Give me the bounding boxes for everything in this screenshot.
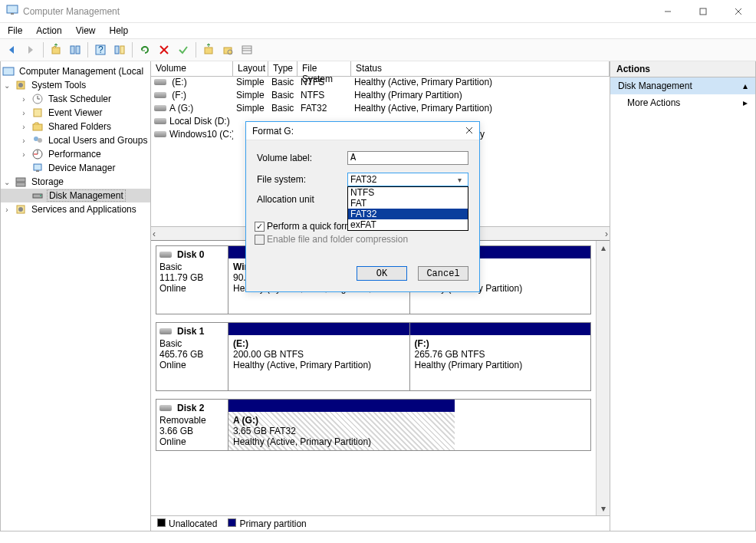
- file-system-dropdown[interactable]: FAT32 ▾ NTFSFATFAT32exFAT: [347, 173, 468, 186]
- partition-status: Healthy (Primary Partition): [415, 360, 587, 370]
- quick-format-checkbox[interactable]: ✓: [255, 222, 265, 232]
- disk-panel-vscroll[interactable]: ▴▾: [596, 241, 610, 515]
- svg-point-39: [40, 195, 41, 196]
- volume-row[interactable]: A (G:)SimpleBasicFAT32Healthy (Active, P…: [151, 103, 610, 116]
- tree-root[interactable]: Computer Management (Local: [1, 64, 150, 78]
- scroll-left-icon[interactable]: ‹: [153, 229, 156, 239]
- tree-local-users[interactable]: ›Local Users and Groups: [1, 133, 150, 147]
- volume-label-label: Volume label:: [257, 153, 347, 163]
- checkmark-icon[interactable]: [175, 41, 192, 58]
- refresh-icon[interactable]: [136, 41, 153, 58]
- col-type[interactable]: Type: [268, 61, 297, 76]
- partition[interactable]: (E:)200.00 GB NTFSHealthy (Active, Prima…: [228, 323, 409, 390]
- tree-performance[interactable]: ›Performance: [1, 147, 150, 161]
- drive-icon: [159, 405, 172, 411]
- partition-header: [228, 400, 455, 412]
- svg-rect-15: [205, 48, 212, 54]
- list-view-icon[interactable]: [238, 41, 255, 58]
- menu-view[interactable]: View: [76, 25, 96, 36]
- dialog-close-button[interactable]: [465, 126, 473, 137]
- legend-primary-label: Primary partition: [239, 518, 306, 529]
- legend-unallocated-swatch: [157, 518, 166, 527]
- tree-storage[interactable]: ⌄Storage: [1, 175, 150, 189]
- tree-task-scheduler[interactable]: ›Task Scheduler: [1, 92, 150, 106]
- file-system-option[interactable]: exFAT: [348, 219, 468, 230]
- svg-rect-18: [242, 46, 251, 54]
- volume-row[interactable]: (E:)SimpleBasicNTFSHealthy (Active, Prim…: [151, 77, 610, 90]
- menu-action[interactable]: Action: [36, 25, 61, 36]
- up-icon[interactable]: [48, 41, 64, 58]
- menu-help[interactable]: Help: [110, 25, 129, 36]
- file-system-option[interactable]: FAT: [348, 198, 468, 209]
- partition-name: A (G:): [233, 415, 450, 426]
- ok-button[interactable]: OK: [357, 266, 407, 281]
- app-icon: [6, 4, 18, 18]
- col-volume[interactable]: Volume: [151, 61, 233, 76]
- partition[interactable]: A (G:)3.65 GB FAT32Healthy (Active, Prim…: [228, 400, 455, 450]
- minimize-button[interactable]: [650, 0, 685, 23]
- volume-layout: Simple: [233, 103, 268, 116]
- help-icon[interactable]: ?: [92, 41, 109, 58]
- volume-filesystem: FAT32: [297, 103, 351, 116]
- disk-state: Online: [159, 436, 225, 447]
- cancel-button[interactable]: Cancel: [418, 266, 468, 281]
- partition-info: 265.76 GB NTFS: [415, 349, 587, 360]
- forward-icon[interactable]: [22, 41, 39, 58]
- volume-filesystem: NTFS: [297, 90, 351, 103]
- folder-up-icon[interactable]: [200, 41, 217, 58]
- file-system-option[interactable]: FAT32: [348, 209, 468, 219]
- chevron-right-icon: ▸: [743, 97, 748, 108]
- volume-table-header: Volume Layout Type File System Status: [151, 61, 610, 77]
- tree-system-tools[interactable]: ⌄System Tools: [1, 78, 150, 92]
- menu-file[interactable]: File: [8, 25, 22, 36]
- file-system-label: File system:: [257, 174, 347, 185]
- delete-icon[interactable]: [156, 41, 173, 58]
- disk-kind: Basic: [159, 262, 225, 272]
- tree-disk-management[interactable]: Disk Management: [1, 189, 150, 202]
- col-layout[interactable]: Layout: [233, 61, 268, 76]
- tree-services[interactable]: ›Services and Applications: [1, 202, 150, 216]
- svg-rect-1: [11, 13, 14, 15]
- maximize-button[interactable]: [685, 0, 721, 23]
- volume-name: (E:): [169, 77, 187, 87]
- allocation-unit-label: Allocation unit: [257, 194, 347, 205]
- back-icon[interactable]: [3, 41, 20, 58]
- partition-name: (F:): [415, 338, 587, 349]
- file-system-option[interactable]: NTFS: [348, 187, 468, 198]
- volume-layout: Simple: [233, 90, 268, 103]
- drive-icon: [159, 252, 172, 258]
- volume-label-input[interactable]: [347, 151, 468, 165]
- properties-icon[interactable]: [111, 41, 128, 58]
- show-hide-console-icon[interactable]: [67, 41, 84, 58]
- tree-device-manager[interactable]: Device Manager: [1, 161, 150, 175]
- svg-point-23: [18, 83, 23, 87]
- col-status[interactable]: Status: [351, 61, 610, 76]
- disk-size: 3.66 GB: [159, 426, 225, 436]
- legend: Unallocated Primary partition: [151, 515, 610, 531]
- volume-type: Basic: [268, 77, 297, 90]
- scroll-right-icon[interactable]: ›: [605, 229, 608, 239]
- tree-event-viewer[interactable]: ›Event Viewer: [1, 106, 150, 120]
- volume-row[interactable]: (F:)SimpleBasicNTFSHealthy (Primary Part…: [151, 90, 610, 103]
- compression-checkbox[interactable]: [255, 235, 265, 245]
- legend-primary-swatch: [228, 518, 236, 527]
- drive-icon: [159, 328, 172, 334]
- partition[interactable]: (F:)265.76 GB NTFSHealthy (Primary Parti…: [409, 323, 591, 390]
- folder-search-icon[interactable]: [219, 41, 236, 58]
- svg-text:?: ?: [98, 44, 104, 55]
- collapse-icon: ▴: [743, 81, 748, 91]
- actions-disk-management[interactable]: Disk Management▴: [610, 77, 755, 94]
- svg-rect-6: [52, 48, 60, 54]
- col-filesystem[interactable]: File System: [297, 61, 351, 76]
- format-dialog: Format G: Volume label: File system: FAT…: [245, 121, 480, 292]
- volume-name: Windows10 (C:): [169, 129, 233, 140]
- partition-info: 200.00 GB NTFS: [233, 349, 405, 360]
- close-button[interactable]: [721, 0, 756, 23]
- drive-icon: [154, 79, 166, 85]
- disk-size: 111.79 GB: [159, 272, 225, 283]
- actions-more-actions[interactable]: More Actions▸: [610, 94, 755, 111]
- disk-info: Disk 1Basic465.76 GBOnline: [156, 323, 228, 390]
- partition-name: (E:): [233, 338, 405, 349]
- volume-name: A (G:): [169, 103, 193, 114]
- tree-shared-folders[interactable]: ›Shared Folders: [1, 120, 150, 133]
